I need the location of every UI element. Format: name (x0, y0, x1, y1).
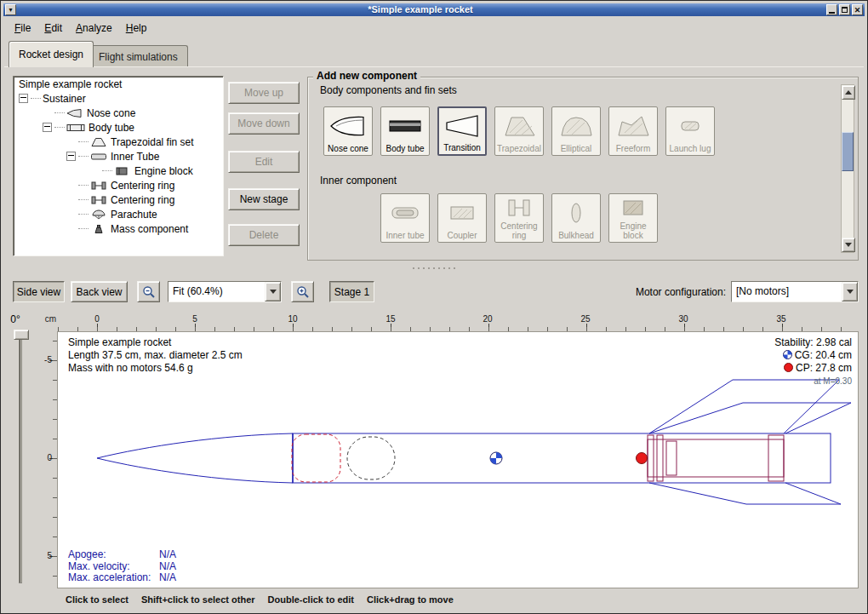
inner-section-label: Inner component (320, 175, 397, 186)
add-bulkhead-button[interactable]: Bulkhead (551, 193, 601, 243)
transition-icon (443, 108, 481, 143)
cg-marker-icon (783, 350, 792, 359)
component-button-label: Body tube (385, 144, 424, 153)
add-elliptical-fin-button[interactable]: Elliptical (551, 106, 601, 156)
freeform-fin-icon (614, 107, 652, 144)
parachute-icon (90, 209, 107, 220)
menu-bar: File Edit Analyze Help (4, 17, 864, 38)
tab-flight-simulations[interactable]: Flight simulations (89, 45, 188, 67)
tree-item-label: Body tube (89, 122, 134, 134)
add-launch-lug-button[interactable]: Launch lug (665, 106, 715, 156)
add-centering-ring-button[interactable]: Centering ring (494, 193, 544, 243)
tree-item-parachute[interactable]: Parachute (14, 207, 223, 221)
component-button-label: Inner tube (385, 231, 424, 240)
delete-button[interactable]: Delete (228, 224, 300, 246)
elliptical-fin-icon (557, 107, 595, 144)
flight-stat-value: N/A (159, 561, 176, 573)
scroll-down-icon (845, 243, 852, 247)
add-engine-block-button[interactable]: Engine block (608, 193, 658, 243)
rocket-dimensions: Length 37.5 cm, max. diameter 2.5 cm (68, 349, 243, 362)
zoom-select[interactable]: Fit (60.4%) (168, 281, 282, 302)
stage-1-toggle[interactable]: Stage 1 (329, 281, 374, 302)
motor-config-select[interactable]: [No motors] (731, 281, 859, 302)
tree-item-label: Centering ring (111, 194, 174, 206)
zoom-in-icon (296, 285, 310, 299)
tree-item-rocket[interactable]: Simple example rocket (14, 77, 223, 91)
chevron-down-icon[interactable] (265, 282, 281, 301)
maximize-button[interactable] (839, 4, 850, 15)
collapse-expander-icon[interactable] (43, 123, 52, 132)
menu-file[interactable]: File (8, 20, 37, 37)
close-icon: ✕ (854, 7, 861, 14)
scrollbar-thumb[interactable] (842, 132, 854, 171)
scroll-up-button[interactable] (842, 85, 855, 100)
menu-analyze[interactable]: Analyze (69, 20, 119, 37)
menu-help[interactable]: Help (119, 20, 154, 37)
menu-edit[interactable]: Edit (37, 20, 69, 37)
mass-component-outline[interactable] (347, 437, 395, 479)
tab-baseline (4, 66, 864, 67)
coupler-icon (443, 194, 481, 231)
pane-splitter[interactable] (4, 263, 864, 273)
move-down-button[interactable]: Move down (228, 112, 300, 135)
tree-item-sustainer[interactable]: Sustainer (14, 91, 223, 106)
add-coupler-button[interactable]: Coupler (437, 193, 487, 243)
flight-stat-value: N/A (159, 549, 176, 561)
tree-item-centering-ring-2[interactable]: Centering ring (14, 192, 223, 207)
add-transition-button[interactable]: Transition (437, 106, 487, 156)
move-up-button[interactable]: Move up (228, 82, 300, 104)
h-tick-label: 5 (188, 314, 202, 324)
chevron-down-icon[interactable] (842, 282, 858, 301)
add-inner-tube-button[interactable]: Inner tube (380, 193, 430, 243)
component-button-label: Centering ring (495, 221, 543, 240)
centering-ring-icon (500, 194, 538, 221)
component-panel-scrollbar[interactable] (841, 84, 854, 253)
minimize-button[interactable] (826, 4, 837, 15)
h-tick-label: 25 (579, 314, 592, 324)
side-view-button[interactable]: Side view (13, 281, 65, 302)
h-tick-label: 0 (90, 314, 104, 324)
motor-config-label: Motor configuration: (629, 281, 726, 302)
inner-tube-icon (386, 194, 424, 231)
v-tick-label: 5 (37, 551, 52, 560)
close-button[interactable]: ✕ (852, 4, 863, 15)
tree-item-mass-component[interactable]: Mass component (14, 221, 223, 236)
collapse-expander-icon[interactable] (66, 152, 76, 161)
centering-ring-icon (90, 181, 107, 191)
rocket-canvas[interactable]: Simple example rocket Length 37.5 cm, ma… (57, 331, 859, 588)
tree-item-nose-cone[interactable]: Nose cone (14, 106, 223, 120)
tab-rocket-design[interactable]: Rocket design (9, 41, 94, 67)
rocket-mass: Mass with no motors 54.6 g (68, 362, 243, 375)
new-stage-button[interactable]: New stage (228, 188, 300, 210)
motor-config-value: [No motors] (732, 282, 842, 301)
cp-marker-icon (784, 363, 793, 372)
parachute-outline[interactable] (292, 434, 340, 482)
add-trapezoidal-fin-button[interactable]: Trapezoidal (494, 106, 544, 156)
h-tick-label: 30 (677, 314, 690, 324)
app-window: ▾ *Simple example rocket ✕ File Edit Ana… (0, 0, 868, 614)
back-view-button[interactable]: Back view (71, 281, 128, 302)
edit-button[interactable]: Edit (228, 151, 300, 173)
component-button-label: Freeform (616, 144, 651, 153)
add-nose-cone-button[interactable]: Nose cone (323, 106, 373, 156)
zoom-in-button[interactable] (291, 281, 314, 302)
body-tube-icon (386, 107, 424, 144)
tree-item-body-tube[interactable]: Body tube (14, 120, 223, 135)
component-button-label: Trapezoidal (497, 144, 541, 153)
scroll-down-button[interactable] (842, 238, 855, 252)
rotation-slider-handle[interactable] (14, 330, 29, 340)
rotation-slider-track[interactable] (19, 333, 22, 583)
window-menu-icon[interactable]: ▾ (5, 4, 16, 15)
zoom-out-button[interactable] (137, 281, 160, 302)
tree-item-inner-tube[interactable]: Inner Tube (14, 149, 223, 164)
body-section-label: Body components and fin sets (320, 84, 457, 96)
tree-item-trapezoidal-fin-set[interactable]: Trapezoidal fin set (14, 135, 223, 149)
tree-item-engine-block[interactable]: Engine block (14, 164, 223, 178)
mach-condition: at M=0.30 (774, 375, 852, 387)
tree-item-centering-ring-1[interactable]: Centering ring (14, 178, 223, 192)
add-body-tube-button[interactable]: Body tube (380, 106, 430, 156)
component-tree[interactable]: Simple example rocket Sustainer Nose con… (13, 76, 224, 256)
collapse-expander-icon[interactable] (19, 94, 28, 103)
tree-item-label: Trapezoidal fin set (111, 136, 194, 148)
add-freeform-fin-button[interactable]: Freeform (608, 106, 658, 156)
